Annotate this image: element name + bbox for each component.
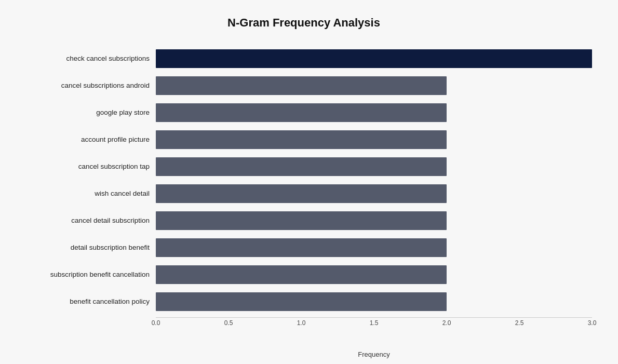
bar-track (156, 292, 592, 311)
bar-fill (156, 130, 447, 149)
bar-fill (156, 184, 447, 203)
bar-fill (156, 238, 447, 257)
bar-label: check cancel subscriptions (26, 55, 156, 62)
x-tick: 2.0 (436, 319, 457, 327)
bar-row: account profile picture (26, 126, 592, 153)
chart-container: N-Gram Frequency Analysis check cancel s… (10, 6, 608, 359)
bar-fill (156, 157, 447, 176)
bar-label: subscription benefit cancellation (26, 271, 156, 278)
bar-track (156, 49, 592, 68)
bar-track (156, 76, 592, 95)
bar-row: cancel subscription tap (26, 153, 592, 180)
bar-track (156, 157, 592, 176)
bar-track (156, 103, 592, 122)
bar-label: account profile picture (26, 136, 156, 143)
x-tick: 3.0 (582, 319, 602, 327)
bar-fill (156, 76, 447, 95)
bar-row: detail subscription benefit (26, 234, 592, 261)
bar-fill (156, 265, 447, 284)
bar-label: benefit cancellation policy (26, 298, 156, 305)
bar-fill (156, 49, 592, 68)
x-axis: 0.00.51.01.52.02.53.0 (156, 317, 592, 338)
bar-fill (156, 103, 447, 122)
bar-row: subscription benefit cancellation (26, 261, 592, 288)
bar-label: cancel detail subscription (26, 217, 156, 224)
bar-track (156, 238, 592, 257)
bar-fill (156, 292, 447, 311)
chart-title: N-Gram Frequency Analysis (16, 16, 592, 30)
bar-label: wish cancel detail (26, 190, 156, 197)
bar-track (156, 130, 592, 149)
bar-fill (156, 211, 447, 230)
bar-label: detail subscription benefit (26, 244, 156, 251)
x-tick: 1.5 (364, 319, 384, 327)
x-tick: 0.5 (218, 319, 239, 327)
chart-area: check cancel subscriptionscancel subscri… (26, 45, 592, 315)
bar-row: cancel subscriptions android (26, 72, 592, 99)
x-tick: 1.0 (291, 319, 312, 327)
bar-label: cancel subscription tap (26, 163, 156, 170)
bar-track (156, 184, 592, 203)
bar-row: cancel detail subscription (26, 207, 592, 234)
bar-row: wish cancel detail (26, 180, 592, 207)
bar-row: google play store (26, 99, 592, 126)
bar-row: check cancel subscriptions (26, 45, 592, 72)
bar-row: benefit cancellation policy (26, 288, 592, 315)
x-tick: 2.5 (509, 319, 530, 327)
bar-track (156, 211, 592, 230)
bar-label: google play store (26, 109, 156, 116)
bar-track (156, 265, 592, 284)
bar-label: cancel subscriptions android (26, 82, 156, 89)
x-tick: 0.0 (145, 319, 166, 327)
x-axis-line (156, 317, 592, 318)
x-axis-label: Frequency (156, 350, 592, 358)
